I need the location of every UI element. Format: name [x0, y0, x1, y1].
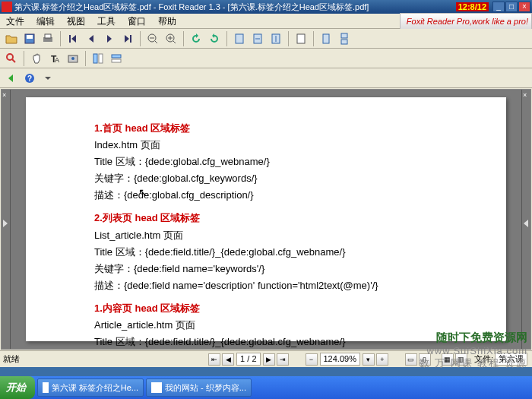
menu-file[interactable]: 文件 [0, 14, 30, 29]
menu-window[interactable]: 窗口 [122, 14, 152, 29]
doc-line: 关键字：{dede:field name='keywords'/} [94, 261, 438, 277]
menubar: 文件 编辑 视图 工具 窗口 帮助 Foxit Reader Pro,work … [0, 14, 532, 29]
text-select-button[interactable]: TA [46, 50, 63, 67]
separator [226, 31, 227, 46]
next-page-button[interactable]: ▶ [263, 353, 275, 366]
prev-page-button[interactable]: ◀ [222, 353, 234, 366]
doc-line: List_article.htm 页面 [94, 227, 438, 244]
separator [313, 31, 314, 46]
doc-line: Title 区域：{dede:field.title/}_{dede:globa… [94, 244, 438, 261]
last-page-button[interactable]: ⇥ [277, 353, 289, 366]
view-mode-2-button[interactable]: ▯ [419, 353, 431, 366]
toolbar-3: ? [0, 68, 532, 88]
separator [85, 51, 86, 66]
svg-rect-18 [93, 54, 97, 63]
fit-width-button[interactable] [268, 30, 284, 47]
single-page-button[interactable] [318, 30, 334, 47]
layout-1-button[interactable]: ▦ [442, 353, 454, 366]
svg-rect-20 [112, 55, 121, 58]
menu-view[interactable]: 视图 [61, 14, 91, 29]
doc-line: 描述：{dede:global.cfg_description/} [94, 187, 438, 204]
new-doc-button[interactable] [293, 30, 309, 47]
svg-point-13 [7, 54, 13, 60]
pro-banner[interactable]: Foxit Reader Pro,work like a pro! [400, 13, 532, 30]
section-heading: 1.首页 head 区域标签 [94, 120, 438, 137]
last-page-button[interactable] [119, 30, 136, 47]
separator [288, 31, 289, 46]
left-panel-toggle[interactable]: × [2, 90, 11, 349]
page-input[interactable]: 1 / 2 [236, 353, 260, 366]
start-button[interactable]: 开始 [0, 376, 35, 399]
dropdown-button[interactable] [40, 70, 56, 87]
first-page-button[interactable]: ⇤ [208, 353, 220, 366]
view-mode-1-button[interactable]: ▭ [405, 353, 417, 366]
bookmarks-button[interactable] [90, 50, 106, 67]
svg-rect-10 [323, 34, 329, 43]
find-button[interactable] [3, 50, 20, 67]
doc-line: 描述：{dede:field name='description' functi… [94, 277, 438, 294]
fit-page-button[interactable] [249, 30, 266, 47]
help-button[interactable]: ? [21, 70, 38, 87]
rotate-cw-button[interactable] [206, 30, 223, 47]
history-back-button[interactable] [3, 70, 20, 87]
zoom-input[interactable]: 124.09% [320, 353, 360, 366]
toolbar-1 [0, 29, 532, 49]
next-page-button[interactable] [101, 30, 118, 47]
svg-rect-9 [297, 34, 305, 43]
pdf-page: 1.首页 head 区域标签 Index.htm 页面 Title 区域：{de… [26, 97, 506, 341]
actual-size-button[interactable] [231, 30, 248, 47]
rotate-ccw-button[interactable] [188, 30, 204, 47]
doc-line: 关键字：{dede:global.cfg_keywords/} [94, 170, 438, 187]
page-viewport[interactable]: 1.首页 head 区域标签 Index.htm 页面 Title 区域：{de… [11, 90, 521, 349]
layers-button[interactable] [108, 50, 125, 67]
status-ready: 就绪 [3, 353, 20, 365]
doc-line: Title 区域：{dede:global.cfg_webname/} [94, 154, 438, 170]
section-heading: 2.列表页 head 区域标签 [94, 210, 438, 226]
first-page-button[interactable] [65, 30, 81, 47]
zoom-in-button[interactable] [163, 30, 179, 47]
svg-rect-11 [341, 33, 347, 38]
zoom-dropdown-button[interactable]: ▾ [363, 353, 375, 366]
save-button[interactable] [21, 30, 38, 47]
zoom-out-button[interactable] [144, 30, 161, 47]
svg-rect-1 [27, 35, 33, 39]
menu-tools[interactable]: 工具 [91, 14, 122, 29]
snapshot-button[interactable] [65, 50, 81, 67]
continuous-page-button[interactable] [336, 30, 353, 47]
doc-line: Index.htm 页面 [94, 137, 438, 154]
toolbar-2: TA [0, 49, 532, 68]
clock-badge: 12:8/12 [456, 2, 489, 11]
window-title: 第六课.标签介绍之Head区域标签.pdf - Foxit Reader 1.3… [14, 2, 456, 13]
prev-page-button[interactable] [83, 30, 100, 47]
taskbar-item[interactable]: 我的网站 - 织梦内容... [146, 378, 252, 397]
hand-tool-button[interactable] [28, 50, 45, 67]
close-button[interactable]: × [518, 2, 530, 12]
titlebar: 第六课.标签介绍之Head区域标签.pdf - Foxit Reader 1.3… [0, 0, 532, 14]
separator [60, 31, 61, 46]
taskbar: 开始 第六课 标签介绍之He... 我的网站 - 织梦内容... [0, 376, 532, 399]
doc-line: Article_article.htm 页面 [94, 317, 438, 334]
menu-help[interactable]: 帮助 [152, 14, 182, 29]
print-button[interactable] [40, 30, 56, 47]
svg-point-17 [71, 57, 74, 60]
statusbar: 就绪 ⇤ ◀ 1 / 2 ▶ ⇥ − 124.09% ▾ + ▭ ▯ ▦ ▥ 文… [0, 350, 532, 367]
file-name: 第六课 [495, 353, 527, 366]
maximize-button[interactable]: □ [505, 2, 518, 12]
zoom-out-button[interactable]: − [306, 353, 318, 366]
right-panel-toggle[interactable]: × [521, 90, 530, 349]
doc-line: Title 区域：{dede:field.title/}_{dede:globa… [94, 334, 438, 349]
open-button[interactable] [3, 30, 20, 47]
svg-rect-12 [341, 40, 347, 44]
close-icon: × [2, 91, 6, 99]
section-heading: 1.内容页 head 区域标签 [94, 300, 438, 317]
taskbar-item[interactable]: 第六课 标签介绍之He... [37, 378, 144, 397]
menu-edit[interactable]: 编辑 [30, 14, 61, 29]
layout-2-button[interactable]: ▥ [455, 353, 467, 366]
minimize-button[interactable]: _ [492, 2, 505, 12]
app-icon [2, 2, 12, 12]
zoom-in-button[interactable]: + [376, 353, 388, 366]
app-icon [151, 382, 162, 393]
svg-text:?: ? [27, 74, 32, 83]
svg-rect-3 [45, 34, 51, 38]
content-area: × 1.首页 head 区域标签 Index.htm 页面 Title 区域：{… [1, 89, 531, 350]
